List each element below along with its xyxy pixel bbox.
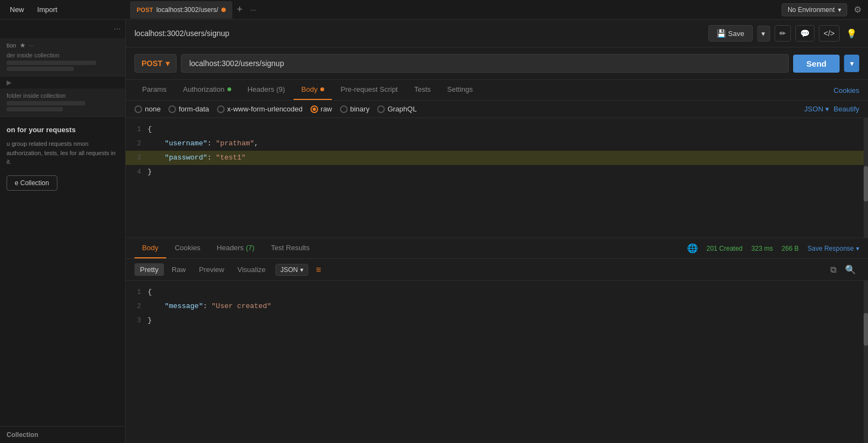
import-button[interactable]: Import [32,3,63,16]
format-graphql[interactable]: GraphQL [377,105,417,113]
send-dropdown-button[interactable]: ▾ [844,55,859,72]
light-icon-button[interactable]: 💡 [844,26,859,41]
tab-dirty-dot [221,8,226,12]
resp-search-button[interactable]: 🔍 [842,262,859,277]
code-button[interactable]: </> [819,25,840,42]
settings-icon-button[interactable]: ⚙ [852,2,864,17]
format-binary[interactable]: binary [340,105,370,113]
radio-none [134,105,142,113]
env-label: No Environment [788,6,835,14]
url-bar: POST ▾ Send ▾ [126,48,868,80]
response-code-view: 1 { 2 "message": "User created" 3 } [126,281,868,443]
sidebar-promo: on for your requests u group related req… [0,117,125,426]
tab-body[interactable]: Body [294,80,332,100]
request-body-editor[interactable]: 1 { 2 "username": "pratham", 3 "password… [126,118,868,238]
tab-params[interactable]: Params [134,80,174,100]
more-tabs-button[interactable]: ··· [247,5,260,14]
tab-headers[interactable]: Headers (9) [240,80,293,100]
light-icon: 💡 [846,29,857,38]
resp-json-selector[interactable]: JSON ▾ [275,264,308,276]
method-label: POST [142,59,162,68]
radio-raw [310,105,318,113]
folder-label-1: der inside collection [7,52,60,58]
code-icon: </> [824,29,835,38]
promo-title: on for your requests [7,126,119,134]
format-radio-group: none form-data x-www-form-urlencoded raw… [134,105,417,113]
send-chevron-icon: ▾ [850,59,854,68]
radio-x-www [217,105,225,113]
sidebar-arrow[interactable]: ▶ [0,76,125,88]
tab-url: localhost:3002/users/ [156,6,218,14]
request-url-display: localhost:3002/users/signup [134,29,703,38]
response-tab-test-results[interactable]: Test Results [263,238,318,258]
response-time: 323 ms [752,245,773,252]
code-line-2: 2 "username": "pratham", [126,137,868,151]
top-bar-right: No Environment ▾ ⚙ [782,2,864,17]
tab-bar: POST localhost:3002/users/ + ··· [130,1,782,19]
method-selector[interactable]: POST ▾ [134,54,177,73]
save-response-button[interactable]: Save Response ▾ [807,245,859,252]
json-type-selector[interactable]: JSON ▾ [804,105,829,113]
resp-copy-button[interactable]: ⧉ [827,262,840,277]
tab-pre-request-script[interactable]: Pre-request Script [333,80,406,100]
sidebar-item-2[interactable]: folder inside collection [0,88,125,117]
response-status-bar: 🌐 201 Created 323 ms 266 B Save Response… [687,243,860,253]
sidebar-item-1[interactable]: tion ★ ··· der inside collection [0,38,125,76]
radio-binary [340,105,348,113]
tab-settings[interactable]: Settings [439,80,480,100]
save-dropdown-button[interactable]: ▾ [757,26,770,42]
code-line-1: 1 { [126,122,868,137]
beautify-button[interactable]: Beautify [834,105,859,113]
response-tabs-bar: Body Cookies Headers (7) Test Results 🌐 … [126,238,868,259]
new-button[interactable]: New [4,3,30,16]
format-raw[interactable]: raw [310,105,332,113]
request-tab[interactable]: POST localhost:3002/users/ [130,1,232,19]
cookies-button[interactable]: Cookies [834,86,859,94]
format-none[interactable]: none [134,105,161,113]
request-header: localhost:3002/users/signup 💾 Save ▾ ✏ 💬… [126,20,868,48]
environment-selector[interactable]: No Environment ▾ [782,3,847,16]
search-icon: 🔍 [845,265,856,274]
response-tab-headers[interactable]: Headers (7) [209,238,262,258]
send-button[interactable]: Send [793,55,840,73]
globe-icon: 🌐 [687,243,698,253]
resp-format-pretty[interactable]: Pretty [134,263,164,276]
resp-format-preview[interactable]: Preview [193,263,230,276]
resp-json-chevron-icon: ▾ [300,266,303,274]
resp-line-3: 3 } [126,314,868,328]
response-tab-body[interactable]: Body [134,238,166,258]
tab-tests[interactable]: Tests [407,80,438,100]
tab-authorization[interactable]: Authorization [175,80,239,100]
code-line-4: 4 } [126,165,868,179]
save-button[interactable]: 💾 Save [708,25,753,42]
tab-method: POST [137,7,153,13]
response-size: 266 B [782,245,799,252]
headers-count-badge: (7) [246,244,255,252]
collection-label: Collection [7,431,38,439]
env-chevron-icon: ▾ [838,6,841,14]
edit-button[interactable]: ✏ [775,25,791,42]
format-form-data[interactable]: form-data [168,105,209,113]
add-tab-button[interactable]: + [233,4,246,15]
resp-wrap-button[interactable]: ≡ [310,263,326,277]
request-panel: localhost:3002/users/signup 💾 Save ▾ ✏ 💬… [126,20,868,443]
response-panel: Body Cookies Headers (7) Test Results 🌐 … [126,238,868,443]
create-collection-button[interactable]: e Collection [7,175,57,191]
tabs-nav-right: Cookies [834,85,859,95]
url-input[interactable] [181,54,789,73]
radio-form-data [168,105,176,113]
editor-scrollbar[interactable] [864,118,868,238]
radio-graphql [377,105,385,113]
item-more-icon: ··· [29,42,34,49]
comment-button[interactable]: 💬 [795,25,814,42]
sidebar-more-button[interactable]: ··· [0,20,125,38]
format-bar-right: JSON ▾ Beautify [804,105,859,113]
format-x-www[interactable]: x-www-form-urlencoded [217,105,303,113]
resp-format-visualize[interactable]: Visualize [232,263,271,276]
response-tab-cookies[interactable]: Cookies [167,238,208,258]
response-format-bar: Pretty Raw Preview Visualize JSON ▾ ≡ ⧉ … [126,259,868,281]
resp-format-raw[interactable]: Raw [166,263,191,276]
resp-scrollbar[interactable] [864,281,868,443]
request-tabs-nav: Params Authorization Headers (9) Body Pr… [126,80,868,101]
resp-line-2: 2 "message": "User created" [126,299,868,314]
